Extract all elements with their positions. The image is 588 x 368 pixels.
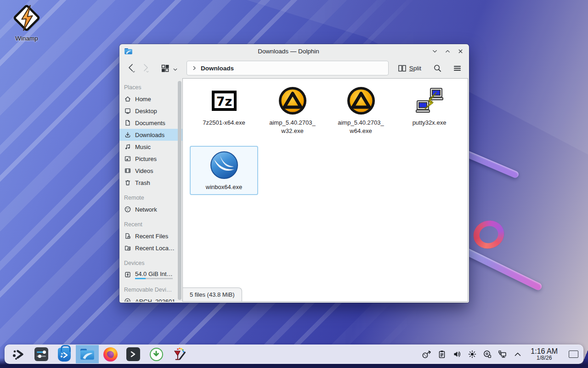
- search-icon: [433, 64, 442, 73]
- file-grid: 7z2501-x64.exe aimp_5.40.2703_w32.exe ai…: [183, 79, 468, 202]
- volume-tray-button[interactable]: [450, 348, 464, 361]
- close-icon: [457, 48, 464, 55]
- view-mode-button[interactable]: [160, 63, 179, 74]
- brightness-icon: [468, 350, 477, 359]
- chevron-down-icon: [172, 67, 178, 73]
- clock-time: 1:16 AM: [531, 347, 558, 356]
- drive-label-with-usage-bar: 54.0 GiB Int…: [135, 270, 173, 279]
- file-name: aimp_5.40.2703_w64.exe: [338, 119, 384, 135]
- system-settings-button[interactable]: [30, 345, 53, 363]
- location-bar[interactable]: Downloads: [187, 61, 389, 75]
- clipboard-tray-button[interactable]: [435, 348, 448, 361]
- digital-clock[interactable]: 1:16 AM 1/8/26: [531, 347, 558, 362]
- file-item-7zip[interactable]: 7z2501-x64.exe: [190, 81, 258, 138]
- harddisk-icon: [124, 271, 131, 278]
- section-header-places: Places: [119, 82, 182, 93]
- file-item-aimp-w64[interactable]: aimp_5.40.2703_w64.exe: [327, 81, 395, 138]
- konsole-button[interactable]: [122, 345, 145, 363]
- putty-exe-icon: [415, 86, 444, 115]
- system-settings-icon: [34, 347, 48, 361]
- split-view-icon: [398, 64, 407, 72]
- locale-tray-button[interactable]: [420, 348, 433, 361]
- discover-button[interactable]: [53, 345, 76, 363]
- maximize-button[interactable]: [443, 47, 452, 55]
- desktop-icon-label: Winamp: [7, 35, 46, 42]
- sidebar-item-desktop[interactable]: Desktop: [119, 105, 182, 117]
- clipboard-icon: [437, 350, 447, 359]
- forward-button[interactable]: [140, 62, 151, 74]
- toolbar: Downloads Split: [119, 58, 469, 78]
- section-header-remote: Remote: [119, 192, 182, 203]
- winbox-exe-icon: [209, 150, 239, 180]
- globe-arrow-icon: [422, 350, 431, 359]
- sidebar-item-internal-drive[interactable]: 54.0 GiB Int…: [119, 269, 182, 281]
- download-manager-button[interactable]: [145, 345, 168, 363]
- sidebar-item-documents[interactable]: Documents: [119, 117, 182, 129]
- maximize-icon: [444, 48, 451, 55]
- optical-disc-icon: [124, 298, 131, 302]
- back-button[interactable]: [126, 62, 137, 74]
- device-notifier-tray-button[interactable]: [481, 348, 494, 361]
- app-launcher-icon: [11, 347, 25, 361]
- expand-tray-button[interactable]: [511, 348, 524, 361]
- file-item-putty[interactable]: putty32x.exe: [395, 81, 464, 138]
- winetricks-button[interactable]: [168, 345, 191, 363]
- brightness-tray-button[interactable]: [465, 348, 479, 361]
- section-header-recent: Recent: [119, 219, 182, 230]
- sidebar-item-network[interactable]: Network: [119, 203, 182, 215]
- sidebar-item-downloads[interactable]: Downloads: [119, 129, 182, 141]
- search-button[interactable]: [432, 63, 443, 74]
- close-button[interactable]: [456, 47, 464, 55]
- dolphin-window: Downloads — Dolphin: [119, 44, 469, 303]
- sidebar-item-videos[interactable]: Videos: [119, 165, 182, 177]
- home-icon: [124, 95, 131, 103]
- optical-disc-icon: [483, 350, 492, 359]
- app-launcher-button[interactable]: [7, 345, 30, 363]
- network-tray-button[interactable]: [496, 348, 509, 361]
- winetricks-icon: [172, 347, 187, 362]
- file-item-winbox-selected[interactable]: winbox64.exe: [190, 146, 258, 195]
- dolphin-folder-icon: [124, 47, 133, 56]
- network-icon: [124, 206, 131, 213]
- sidebar-item-recent-locations[interactable]: Recent Loca…: [119, 242, 182, 254]
- breadcrumb[interactable]: Downloads: [201, 65, 234, 72]
- aimp-exe-icon: [278, 86, 307, 115]
- minimize-button[interactable]: [430, 47, 439, 55]
- pictures-icon: [124, 155, 131, 162]
- scrollbar-thumb[interactable]: [178, 81, 181, 300]
- titlebar[interactable]: Downloads — Dolphin: [119, 44, 469, 58]
- sidebar-scrollbar[interactable]: [178, 81, 181, 300]
- sidebar-item-music[interactable]: Music: [119, 141, 182, 153]
- file-name: aimp_5.40.2703_w32.exe: [269, 119, 315, 135]
- hamburger-menu-icon: [453, 64, 462, 72]
- sidebar-item-home[interactable]: Home: [119, 93, 182, 105]
- trash-icon: [124, 179, 131, 186]
- sidebar-item-recent-files[interactable]: Recent Files: [119, 230, 182, 242]
- forward-icon: [141, 63, 150, 73]
- dolphin-task-active[interactable]: [76, 345, 99, 363]
- sidebar-item-trash[interactable]: Trash: [119, 177, 182, 189]
- sidebar-item-arch-disc[interactable]: ARCH_202601: [119, 295, 182, 302]
- volume-icon: [452, 350, 462, 359]
- system-tray: 1:16 AM 1/8/26: [420, 347, 578, 362]
- downloads-icon: [124, 131, 131, 138]
- download-manager-icon: [150, 348, 163, 361]
- menu-button[interactable]: [452, 63, 463, 73]
- folder-view[interactable]: 7z2501-x64.exe aimp_5.40.2703_w32.exe ai…: [182, 78, 468, 302]
- recent-locations-icon: [124, 244, 131, 252]
- aimp-exe-icon: [346, 86, 376, 115]
- desktop-icon-winamp[interactable]: Winamp: [7, 4, 46, 42]
- sidebar-item-pictures[interactable]: Pictures: [119, 153, 182, 165]
- split-button[interactable]: Split: [398, 64, 421, 72]
- desktop-icon: [124, 107, 131, 115]
- firefox-button[interactable]: [99, 345, 122, 363]
- status-bar: 5 files (43.8 MiB): [183, 288, 242, 301]
- show-desktop-button[interactable]: [569, 351, 578, 358]
- section-header-devices: Devices: [119, 258, 182, 269]
- dolphin-icon: [79, 346, 95, 362]
- file-item-aimp-w32[interactable]: aimp_5.40.2703_w32.exe: [258, 81, 327, 138]
- taskbar-panel: 1:16 AM 1/8/26: [5, 345, 583, 364]
- clock-date: 1/8/26: [531, 355, 558, 361]
- split-label: Split: [409, 65, 421, 72]
- discover-icon: [58, 348, 71, 362]
